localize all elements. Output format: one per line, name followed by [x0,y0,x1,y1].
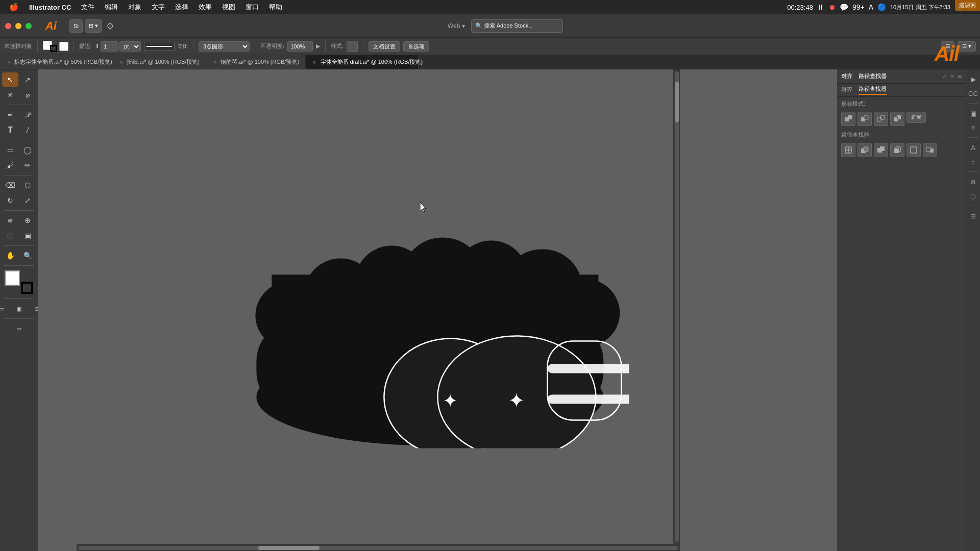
merge-btn[interactable] [874,143,888,157]
tool-draw-inside[interactable]: ⊘ [28,302,38,316]
tool-lasso[interactable]: ⌀ [19,88,36,102]
tool-direct-select[interactable]: ↗ [19,72,36,87]
outline-btn[interactable] [906,143,921,157]
opacity-input[interactable] [287,41,313,52]
stroke-style-preview[interactable] [144,42,175,51]
divide-btn[interactable] [841,143,855,157]
arrange-btn[interactable]: ⊡ ▾ [958,41,976,52]
strip-icon-1[interactable]: ▶ [968,73,979,85]
tool-scale[interactable]: ⤢ [19,193,36,208]
strip-icon-4[interactable]: ≡ [968,122,979,133]
tool-warp[interactable]: ≋ [2,213,18,228]
window-maximize-btn[interactable] [26,23,32,29]
tab-2[interactable]: × 折纸.ai* @ 100% (RGB/预览) [112,55,206,69]
tool-normal-mode[interactable]: ▭ [0,302,10,316]
menu-pause-icon[interactable]: ⏸ [817,3,824,11]
menu-volume-icon[interactable]: 🔵 [877,3,886,11]
tool-draw-behind[interactable]: ▣ [11,302,27,316]
panel-close-btn[interactable]: × [949,72,956,81]
tool-pencil[interactable]: ✏ [19,158,36,172]
tool-magic-wand[interactable]: ✳ [2,88,18,102]
vscroll-thumb[interactable] [675,82,679,122]
hscroll-thumb[interactable] [258,546,320,550]
trim-btn[interactable] [857,143,872,157]
tool-rect[interactable]: ▭ [2,143,18,157]
menu-object[interactable]: 对象 [123,0,146,14]
menu-file[interactable]: 文件 [76,0,100,14]
tool-select[interactable]: ↖ [2,72,18,87]
minus-back-btn[interactable] [923,143,937,157]
tool-hand[interactable]: ✋ [2,248,18,263]
stroke-unit-select[interactable]: pt px [119,41,141,52]
tab-1-close[interactable]: × [6,59,11,66]
menu-help[interactable]: 帮助 [264,0,287,14]
stroke-swatch-tool[interactable] [21,282,33,294]
menu-edit[interactable]: 编辑 [100,0,123,14]
menu-record-icon[interactable]: ⏺ [828,3,836,11]
menu-select[interactable]: 选择 [170,0,193,14]
strip-icon-5[interactable]: A [968,142,979,153]
tab-3-close[interactable]: × [212,59,217,66]
tab-1[interactable]: × 标志字体全能番.ai* @ 50% (RGB/预览) [0,55,112,69]
style-preview[interactable] [347,41,358,52]
tab-3[interactable]: × 钢的琴.ai* @ 100% (RGB/预览) [206,55,306,69]
tool-artboard[interactable]: ▣ [19,229,36,243]
tab-4-close[interactable]: × [312,59,317,66]
strip-icon-7[interactable]: ⊕ [968,176,979,187]
panel-title-align[interactable]: 对齐 [841,72,852,80]
strip-icon-9[interactable]: ⊞ [968,210,979,221]
stroke-type-select[interactable]: 3点圆形 实线 虚线 [199,41,250,52]
tool-graph[interactable]: ▤ [2,229,18,243]
minus-front-btn[interactable] [857,112,872,126]
strip-icon-6[interactable]: ↕ [968,156,979,167]
tool-zoom[interactable]: 🔍 [19,248,36,263]
tool-eraser[interactable]: ⌫ [2,178,18,192]
exclude-btn[interactable] [890,112,904,126]
doc-settings-btn[interactable]: 文档设置 [369,41,400,52]
tool-pen[interactable]: ✒ [2,108,18,122]
panel-tab-align[interactable]: 对齐 [841,86,852,94]
menu-wifi-icon[interactable]: 99+ [852,3,865,11]
panel-title-pathfinder[interactable]: 路径查找器 [859,72,887,80]
crop-btn[interactable] [890,143,904,157]
tool-symbol[interactable]: ⊕ [19,213,36,228]
menu-view[interactable]: 视图 [217,0,240,14]
tab-4[interactable]: × 字体全能番 draft.ai* @ 100% (RGB/预览) [306,55,418,69]
strip-icon-2[interactable]: CC [968,88,979,99]
tool-curvature[interactable]: 𝒫 [19,108,36,122]
tool-paintbrush[interactable]: 🖌 [2,158,18,172]
tool-rotate[interactable]: ↻ [2,193,18,208]
opacity-arrow[interactable]: ▶ [316,43,320,49]
window-close-btn[interactable] [5,23,11,29]
menu-effect[interactable]: 效果 [193,0,217,14]
panel-menu-btn[interactable]: ≡ [958,72,962,80]
canvas-area[interactable]: ✦ ✦ [38,69,837,551]
menu-window[interactable]: 窗口 [240,0,264,14]
fill-stroke-swatches[interactable] [43,41,57,52]
fill-swatch-tool[interactable] [5,270,20,286]
toolbar-search-btn[interactable]: 🔍 搜索 Adobe Stock... [471,19,563,33]
window-minimize-btn[interactable] [15,23,21,29]
strip-icon-3[interactable]: ▣ [968,108,979,119]
expand-btn[interactable]: 扩展 [906,112,926,123]
toolbar-extra-btn[interactable]: ⊙ [104,19,116,33]
panel-expand-btn[interactable]: ⤢ [942,73,947,80]
tool-shaper[interactable]: ⬡ [19,178,36,192]
stroke-swatch-small[interactable] [50,45,57,52]
panel-tab-pathfinder[interactable]: 路径查找器 [859,85,887,95]
tab-2-close[interactable]: × [118,59,124,66]
app-name[interactable]: Illustrator CC [24,4,76,11]
unite-btn[interactable] [841,112,855,126]
fill-color-box[interactable] [59,42,68,51]
tool-ellipse[interactable]: ◯ [19,143,36,157]
stroke-width-input[interactable] [101,41,118,52]
tool-line[interactable]: / [19,123,36,137]
menu-bluetooth-icon[interactable]: A [869,3,873,11]
apple-menu[interactable]: 🍎 [4,3,24,12]
menu-type[interactable]: 文字 [146,0,170,14]
toolbar-workspace-btn[interactable]: ⊞ ▾ [85,19,102,33]
toolbar-style-btn[interactable]: St [69,19,83,33]
strip-icon-8[interactable]: ◌ [968,190,979,202]
intersect-btn[interactable] [874,112,888,126]
tool-type[interactable]: T [2,123,18,137]
